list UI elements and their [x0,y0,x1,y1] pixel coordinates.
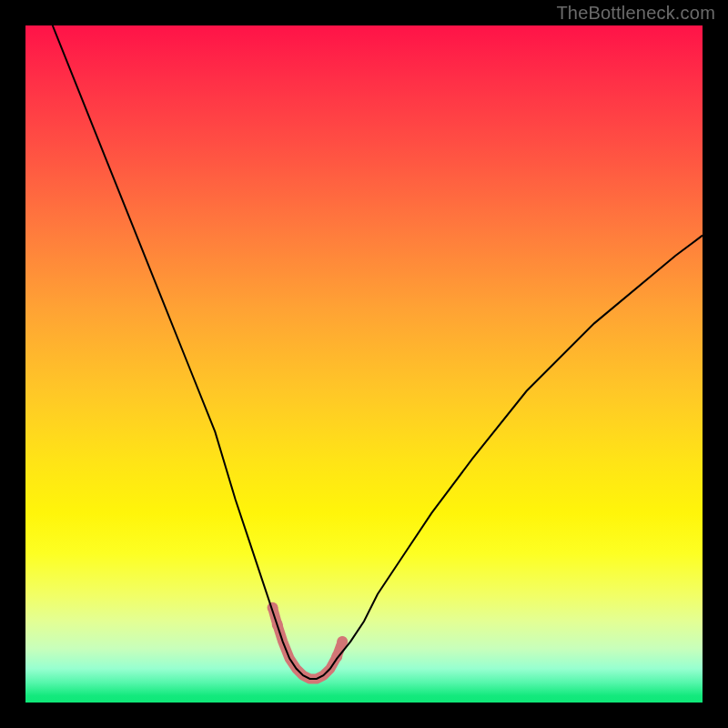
plot-area [25,25,703,703]
watermark-text: TheBottleneck.com [556,3,715,24]
chart-frame: TheBottleneck.com [0,0,728,728]
chart-svg [25,25,703,703]
bottleneck-curve-line [53,25,703,679]
svg-point-3 [337,636,348,647]
